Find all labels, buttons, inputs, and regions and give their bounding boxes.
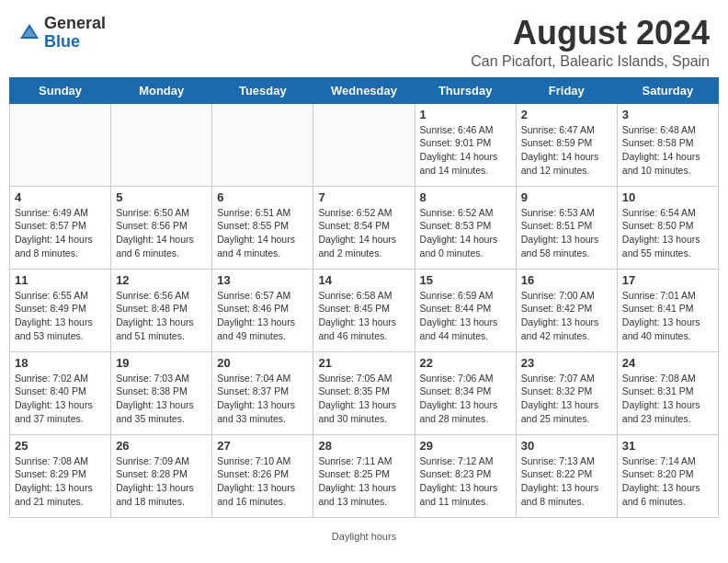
day-number: 11 (15, 273, 106, 287)
calendar-cell: 10Sunrise: 6:54 AM Sunset: 8:50 PM Dayli… (617, 186, 718, 269)
calendar-cell: 9Sunrise: 6:53 AM Sunset: 8:51 PM Daylig… (516, 186, 617, 269)
calendar-cell: 5Sunrise: 6:50 AM Sunset: 8:56 PM Daylig… (111, 186, 212, 269)
cell-info: Sunrise: 6:58 AM Sunset: 8:45 PM Dayligh… (318, 289, 409, 343)
cell-info: Sunrise: 6:47 AM Sunset: 8:59 PM Dayligh… (521, 123, 612, 178)
day-number: 28 (318, 439, 409, 453)
day-number: 23 (521, 356, 612, 370)
day-number: 14 (318, 273, 409, 287)
day-number: 21 (318, 356, 409, 370)
calendar-cell: 27Sunrise: 7:10 AM Sunset: 8:26 PM Dayli… (212, 434, 313, 517)
week-row-1: 1Sunrise: 6:46 AM Sunset: 9:01 PM Daylig… (10, 103, 719, 186)
title-section: August 2024 Can Picafort, Balearic Islan… (471, 15, 710, 70)
calendar-cell (10, 103, 111, 186)
cell-info: Sunrise: 7:03 AM Sunset: 8:38 PM Dayligh… (116, 372, 207, 426)
footer-note: Daylight hours (0, 527, 728, 549)
day-number: 12 (116, 273, 207, 287)
calendar-cell: 19Sunrise: 7:03 AM Sunset: 8:38 PM Dayli… (111, 351, 212, 434)
calendar-cell: 31Sunrise: 7:14 AM Sunset: 8:20 PM Dayli… (617, 434, 718, 517)
week-row-5: 25Sunrise: 7:08 AM Sunset: 8:29 PM Dayli… (10, 434, 719, 517)
cell-info: Sunrise: 6:48 AM Sunset: 8:58 PM Dayligh… (622, 123, 713, 178)
month-title: August 2024 (471, 15, 710, 52)
logo: General Blue (18, 15, 106, 52)
cell-info: Sunrise: 6:59 AM Sunset: 8:44 PM Dayligh… (420, 289, 511, 343)
cell-info: Sunrise: 6:52 AM Sunset: 8:54 PM Dayligh… (318, 206, 409, 260)
cell-info: Sunrise: 7:04 AM Sunset: 8:37 PM Dayligh… (217, 372, 308, 426)
cell-info: Sunrise: 7:09 AM Sunset: 8:28 PM Dayligh… (116, 454, 207, 509)
week-row-4: 18Sunrise: 7:02 AM Sunset: 8:40 PM Dayli… (10, 351, 719, 434)
cell-info: Sunrise: 7:06 AM Sunset: 8:34 PM Dayligh… (420, 372, 511, 426)
calendar-cell: 21Sunrise: 7:05 AM Sunset: 8:35 PM Dayli… (313, 351, 415, 434)
day-header-saturday: Saturday (617, 77, 718, 103)
calendar-cell: 11Sunrise: 6:55 AM Sunset: 8:49 PM Dayli… (10, 269, 111, 351)
location: Can Picafort, Balearic Islands, Spain (471, 53, 710, 70)
calendar-cell: 7Sunrise: 6:52 AM Sunset: 8:54 PM Daylig… (313, 186, 415, 269)
calendar-wrapper: SundayMondayTuesdayWednesdayThursdayFrid… (0, 77, 728, 527)
calendar-table: SundayMondayTuesdayWednesdayThursdayFrid… (9, 77, 719, 518)
day-number: 19 (116, 356, 207, 370)
day-number: 1 (420, 108, 511, 121)
calendar-cell (111, 103, 212, 186)
header-row: SundayMondayTuesdayWednesdayThursdayFrid… (10, 77, 719, 103)
day-number: 17 (622, 273, 713, 287)
day-number: 15 (420, 273, 511, 287)
cell-info: Sunrise: 6:54 AM Sunset: 8:50 PM Dayligh… (622, 206, 713, 260)
day-header-tuesday: Tuesday (212, 77, 313, 103)
cell-info: Sunrise: 7:11 AM Sunset: 8:25 PM Dayligh… (318, 454, 409, 509)
calendar-cell: 26Sunrise: 7:09 AM Sunset: 8:28 PM Dayli… (111, 434, 212, 517)
calendar-cell: 4Sunrise: 6:49 AM Sunset: 8:57 PM Daylig… (10, 186, 111, 269)
day-number: 4 (15, 190, 106, 204)
cell-info: Sunrise: 6:50 AM Sunset: 8:56 PM Dayligh… (116, 206, 207, 260)
cell-info: Sunrise: 7:14 AM Sunset: 8:20 PM Dayligh… (622, 454, 713, 509)
day-number: 18 (15, 356, 106, 370)
day-header-thursday: Thursday (415, 77, 516, 103)
calendar-cell: 18Sunrise: 7:02 AM Sunset: 8:40 PM Dayli… (10, 351, 111, 434)
calendar-cell: 8Sunrise: 6:52 AM Sunset: 8:53 PM Daylig… (415, 186, 516, 269)
cell-info: Sunrise: 6:46 AM Sunset: 9:01 PM Dayligh… (420, 123, 511, 178)
calendar-cell: 13Sunrise: 6:57 AM Sunset: 8:46 PM Dayli… (212, 269, 313, 351)
day-number: 25 (15, 439, 106, 453)
calendar-cell: 22Sunrise: 7:06 AM Sunset: 8:34 PM Dayli… (415, 351, 516, 434)
logo-general: General (44, 15, 106, 33)
calendar-cell: 23Sunrise: 7:07 AM Sunset: 8:32 PM Dayli… (516, 351, 617, 434)
cell-info: Sunrise: 6:51 AM Sunset: 8:55 PM Dayligh… (217, 206, 308, 260)
day-number: 31 (622, 439, 713, 453)
cell-info: Sunrise: 6:55 AM Sunset: 8:49 PM Dayligh… (15, 289, 106, 343)
cell-info: Sunrise: 6:56 AM Sunset: 8:48 PM Dayligh… (116, 289, 207, 343)
calendar-cell: 15Sunrise: 6:59 AM Sunset: 8:44 PM Dayli… (415, 269, 516, 351)
day-number: 5 (116, 190, 207, 204)
cell-info: Sunrise: 6:53 AM Sunset: 8:51 PM Dayligh… (521, 206, 612, 260)
calendar-cell: 3Sunrise: 6:48 AM Sunset: 8:58 PM Daylig… (617, 103, 718, 186)
cell-info: Sunrise: 7:00 AM Sunset: 8:42 PM Dayligh… (521, 289, 612, 343)
day-number: 3 (622, 108, 713, 121)
logo-icon (18, 22, 40, 44)
calendar-cell: 29Sunrise: 7:12 AM Sunset: 8:23 PM Dayli… (415, 434, 516, 517)
cell-info: Sunrise: 7:10 AM Sunset: 8:26 PM Dayligh… (217, 454, 308, 509)
cell-info: Sunrise: 6:49 AM Sunset: 8:57 PM Dayligh… (15, 206, 106, 260)
day-number: 8 (420, 190, 511, 204)
day-number: 7 (318, 190, 409, 204)
calendar-cell: 24Sunrise: 7:08 AM Sunset: 8:31 PM Dayli… (617, 351, 718, 434)
cell-info: Sunrise: 7:08 AM Sunset: 8:29 PM Dayligh… (15, 454, 106, 509)
day-number: 6 (217, 190, 308, 204)
day-number: 30 (521, 439, 612, 453)
day-header-friday: Friday (516, 77, 617, 103)
week-row-2: 4Sunrise: 6:49 AM Sunset: 8:57 PM Daylig… (10, 186, 719, 269)
calendar-cell: 2Sunrise: 6:47 AM Sunset: 8:59 PM Daylig… (516, 103, 617, 186)
calendar-cell: 6Sunrise: 6:51 AM Sunset: 8:55 PM Daylig… (212, 186, 313, 269)
day-number: 29 (420, 439, 511, 453)
week-row-3: 11Sunrise: 6:55 AM Sunset: 8:49 PM Dayli… (10, 269, 719, 351)
calendar-cell: 14Sunrise: 6:58 AM Sunset: 8:45 PM Dayli… (313, 269, 415, 351)
calendar-cell: 20Sunrise: 7:04 AM Sunset: 8:37 PM Dayli… (212, 351, 313, 434)
cell-info: Sunrise: 6:57 AM Sunset: 8:46 PM Dayligh… (217, 289, 308, 343)
day-number: 13 (217, 273, 308, 287)
day-number: 10 (622, 190, 713, 204)
day-header-monday: Monday (111, 77, 212, 103)
calendar-cell: 17Sunrise: 7:01 AM Sunset: 8:41 PM Dayli… (617, 269, 718, 351)
calendar-cell: 25Sunrise: 7:08 AM Sunset: 8:29 PM Dayli… (10, 434, 111, 517)
day-header-sunday: Sunday (10, 77, 111, 103)
calendar-header: SundayMondayTuesdayWednesdayThursdayFrid… (10, 77, 719, 103)
logo-text: General Blue (44, 15, 106, 52)
day-number: 16 (521, 273, 612, 287)
calendar-cell (212, 103, 313, 186)
day-header-wednesday: Wednesday (313, 77, 415, 103)
